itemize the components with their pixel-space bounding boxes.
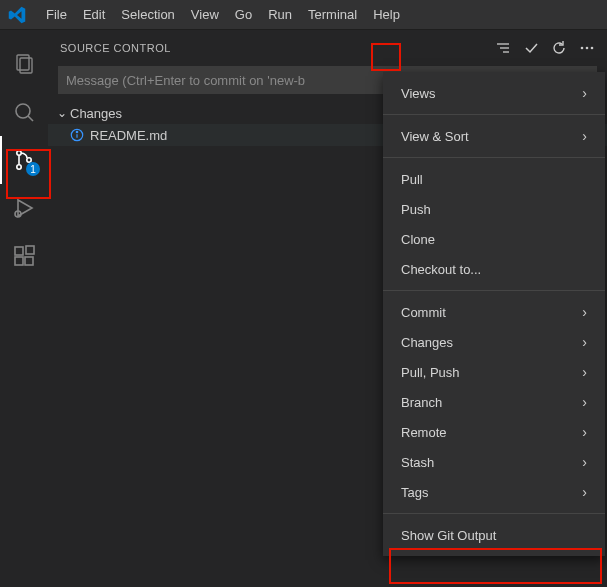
menu-changes-label: Changes	[401, 335, 453, 350]
menu-separator	[383, 114, 605, 115]
menu-show-git-output-label: Show Git Output	[401, 528, 496, 543]
menu-edit[interactable]: Edit	[75, 0, 113, 30]
file-name: README.md	[90, 128, 167, 143]
svg-rect-8	[15, 247, 23, 255]
menu-tags[interactable]: Tags ›	[383, 477, 605, 507]
extensions-icon[interactable]	[0, 232, 48, 280]
chevron-right-icon: ›	[582, 484, 587, 500]
menu-remote[interactable]: Remote ›	[383, 417, 605, 447]
menu-stash[interactable]: Stash ›	[383, 447, 605, 477]
svg-point-2	[16, 104, 30, 118]
chevron-right-icon: ›	[582, 128, 587, 144]
more-actions-icon[interactable]	[579, 40, 595, 56]
menu-pull-push-label: Pull, Push	[401, 365, 460, 380]
menu-views-label: Views	[401, 86, 435, 101]
menu-views[interactable]: Views ›	[383, 78, 605, 108]
menu-stash-label: Stash	[401, 455, 434, 470]
chevron-right-icon: ›	[582, 394, 587, 410]
menu-commit-label: Commit	[401, 305, 446, 320]
commit-check-icon[interactable]	[523, 40, 539, 56]
menu-view[interactable]: View	[183, 0, 227, 30]
svg-point-16	[586, 47, 589, 50]
menu-pull-label: Pull	[401, 172, 423, 187]
menu-separator	[383, 513, 605, 514]
menu-help[interactable]: Help	[365, 0, 408, 30]
svg-rect-0	[17, 55, 29, 70]
menu-clone-label: Clone	[401, 232, 435, 247]
run-debug-icon[interactable]	[0, 184, 48, 232]
menu-push-label: Push	[401, 202, 431, 217]
menu-pull[interactable]: Pull	[383, 164, 605, 194]
menu-checkout-label: Checkout to...	[401, 262, 481, 277]
scm-badge: 1	[26, 162, 40, 176]
chevron-down-icon: ⌄	[54, 106, 70, 120]
svg-point-20	[76, 131, 77, 132]
chevron-right-icon: ›	[582, 85, 587, 101]
svg-line-3	[28, 116, 33, 121]
menu-go[interactable]: Go	[227, 0, 260, 30]
chevron-right-icon: ›	[582, 334, 587, 350]
chevron-right-icon: ›	[582, 454, 587, 470]
refresh-icon[interactable]	[551, 40, 567, 56]
menu-show-git-output[interactable]: Show Git Output	[383, 520, 605, 550]
svg-point-4	[17, 151, 21, 155]
menu-commit[interactable]: Commit ›	[383, 297, 605, 327]
menu-clone[interactable]: Clone	[383, 224, 605, 254]
menu-run[interactable]: Run	[260, 0, 300, 30]
file-info-icon	[70, 128, 84, 142]
menu-pull-push[interactable]: Pull, Push ›	[383, 357, 605, 387]
svg-point-17	[591, 47, 594, 50]
menu-branch[interactable]: Branch ›	[383, 387, 605, 417]
chevron-right-icon: ›	[582, 424, 587, 440]
menu-tags-label: Tags	[401, 485, 428, 500]
explorer-icon[interactable]	[0, 40, 48, 88]
title-bar: File Edit Selection View Go Run Terminal…	[0, 0, 607, 30]
menu-separator	[383, 157, 605, 158]
menu-view-sort-label: View & Sort	[401, 129, 469, 144]
activity-bar: 1	[0, 30, 48, 587]
source-control-icon[interactable]: 1	[0, 136, 48, 184]
menu-push[interactable]: Push	[383, 194, 605, 224]
menu-remote-label: Remote	[401, 425, 447, 440]
svg-point-5	[17, 165, 21, 169]
menu-separator	[383, 290, 605, 291]
menu-bar: File Edit Selection View Go Run Terminal…	[38, 0, 408, 30]
vscode-logo-icon	[8, 6, 26, 24]
svg-rect-10	[25, 257, 33, 265]
chevron-right-icon: ›	[582, 304, 587, 320]
menu-branch-label: Branch	[401, 395, 442, 410]
svg-point-15	[581, 47, 584, 50]
chevron-right-icon: ›	[582, 364, 587, 380]
commit-message-placeholder: Message (Ctrl+Enter to commit on 'new-b	[66, 73, 305, 88]
search-icon[interactable]	[0, 88, 48, 136]
svg-rect-1	[20, 58, 32, 73]
scm-header: SOURCE CONTROL	[48, 30, 607, 66]
menu-checkout[interactable]: Checkout to...	[383, 254, 605, 284]
menu-selection[interactable]: Selection	[113, 0, 182, 30]
menu-file[interactable]: File	[38, 0, 75, 30]
menu-terminal[interactable]: Terminal	[300, 0, 365, 30]
menu-view-sort[interactable]: View & Sort ›	[383, 121, 605, 151]
svg-rect-9	[15, 257, 23, 265]
menu-changes[interactable]: Changes ›	[383, 327, 605, 357]
scm-title: SOURCE CONTROL	[60, 42, 171, 54]
view-as-tree-icon[interactable]	[495, 40, 511, 56]
svg-rect-11	[26, 246, 34, 254]
more-actions-menu: Views › View & Sort › Pull Push Clone Ch…	[383, 72, 605, 556]
changes-label: Changes	[70, 106, 122, 121]
